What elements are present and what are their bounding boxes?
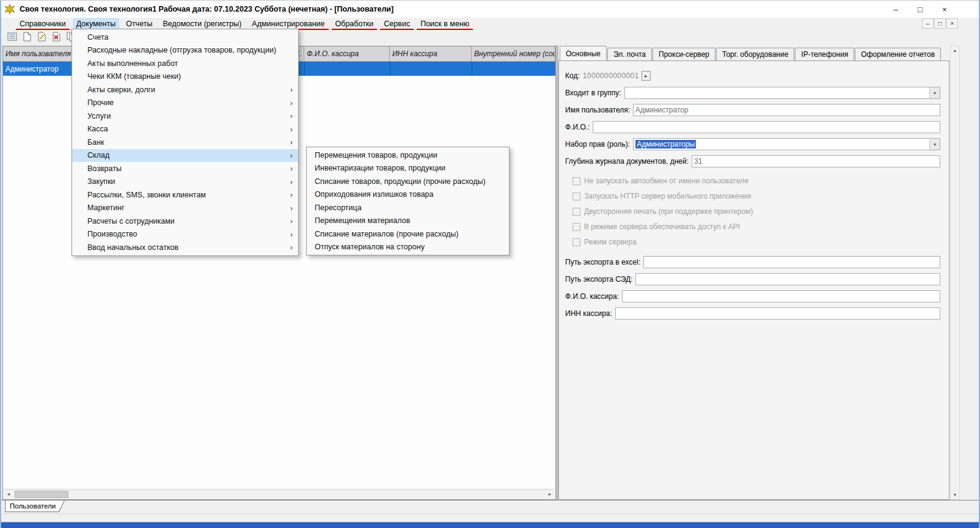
horizontal-scrollbar[interactable]: ◄ ► bbox=[4, 489, 555, 499]
tab-ip-telefoniya[interactable]: IP-телефония bbox=[795, 48, 854, 61]
mdi-close-button[interactable]: × bbox=[946, 18, 958, 29]
cell-username: Администратор bbox=[5, 65, 59, 73]
edit-icon bbox=[37, 32, 47, 43]
menu-item-sklad[interactable]: Склад› bbox=[72, 149, 298, 163]
username-field[interactable]: Администратор bbox=[633, 104, 940, 116]
column-header-cashier-fio[interactable]: Ф.И.О. кассира bbox=[304, 46, 390, 61]
chevron-down-icon[interactable]: ▾ bbox=[929, 87, 940, 98]
menu-otchety[interactable]: Отчеты bbox=[122, 18, 156, 30]
tab-torg-oborudovanie[interactable]: Торг. оборудование bbox=[716, 48, 794, 61]
submenu-item-inventarizacii[interactable]: Инвентаризации товаров, продукции bbox=[307, 162, 509, 175]
username-value: Администратор bbox=[635, 106, 689, 114]
mdi-minimize-button[interactable]: – bbox=[922, 18, 934, 29]
submenu-item-peremeshcheniya-tovarov[interactable]: Перемещения товаров, продукции bbox=[307, 148, 509, 162]
mdi-restore-button[interactable]: □ bbox=[934, 18, 946, 29]
menu-item-raschety-s-sotrudnikami[interactable]: Расчеты с сотрудниками› bbox=[72, 215, 298, 228]
window-title: Своя технология. Своя технология1 Рабоча… bbox=[20, 5, 393, 13]
new-document-icon bbox=[22, 32, 32, 43]
group-label: Входит в группу: bbox=[565, 89, 621, 97]
role-combobox[interactable]: Администраторы ▾ bbox=[633, 138, 940, 150]
delete-record-button[interactable] bbox=[50, 31, 63, 44]
menu-item-scheta[interactable]: Счета bbox=[72, 31, 298, 44]
scroll-up-arrow-icon[interactable]: ▲ bbox=[951, 46, 959, 55]
menu-item-uslugi[interactable]: Услуги› bbox=[72, 109, 298, 123]
menu-administrirovanie[interactable]: Администрирование bbox=[248, 18, 328, 30]
status-bar bbox=[1, 513, 979, 522]
menu-vedomosti[interactable]: Ведомости (регистры) bbox=[159, 18, 245, 30]
chevron-down-icon[interactable]: ▾ bbox=[929, 139, 940, 150]
sheet-tab-users[interactable]: Пользователи bbox=[5, 501, 65, 512]
submenu-arrow-icon: › bbox=[290, 216, 293, 226]
menu-poisk-v-menu[interactable]: Поиск в меню bbox=[417, 18, 473, 30]
scroll-right-arrow-icon[interactable]: ► bbox=[545, 490, 555, 499]
submenu-item-spisanie-materialov[interactable]: Списание материалов (прочие расходы) bbox=[307, 227, 509, 241]
scroll-down-arrow-icon[interactable]: ▼ bbox=[951, 490, 959, 499]
menu-item-akty-vypolnennyh-rabot[interactable]: Акты выполненных работ bbox=[72, 57, 298, 70]
menu-item-rashodnye-nakladnye[interactable]: Расходные накладные (отгрузка товаров, п… bbox=[72, 44, 298, 57]
menu-item-akty-sverki[interactable]: Акты сверки, долги› bbox=[72, 83, 298, 97]
menu-item-prochie[interactable]: Прочие› bbox=[72, 97, 298, 110]
close-button[interactable]: × bbox=[932, 2, 957, 16]
menu-item-proizvodstvo[interactable]: Производство› bbox=[72, 228, 298, 241]
menu-item-cheki-kkm[interactable]: Чеки ККМ (товарные чеки) bbox=[72, 70, 298, 84]
tab-proksi-server[interactable]: Прокси-сервер bbox=[653, 48, 715, 61]
submenu-item-otpusk-materialov[interactable]: Отпуск материалов на сторону bbox=[307, 241, 509, 254]
checkbox-duplex-print[interactable] bbox=[572, 208, 580, 216]
edit-record-button[interactable] bbox=[35, 31, 48, 44]
submenu-arrow-icon: › bbox=[290, 204, 293, 213]
submenu-arrow-icon: › bbox=[290, 190, 293, 199]
sed-path-field[interactable] bbox=[635, 273, 940, 285]
excel-path-field[interactable] bbox=[643, 256, 940, 268]
scroll-left-arrow-icon[interactable]: ◄ bbox=[4, 490, 13, 499]
submenu-item-oprihodovaniya[interactable]: Оприходования излишков товара bbox=[307, 188, 509, 202]
menu-spravochniki[interactable]: Справочники bbox=[16, 18, 70, 30]
checkbox-http-server[interactable] bbox=[572, 193, 580, 200]
cashier-inn-label: ИНН кассира: bbox=[565, 309, 612, 318]
menu-item-kassa[interactable]: Касса› bbox=[72, 123, 298, 136]
excel-path-label: Путь экспорта в excel: bbox=[565, 258, 640, 266]
new-record-button[interactable] bbox=[21, 31, 34, 44]
tab-osnovnye[interactable]: Основные bbox=[560, 46, 607, 61]
vertical-scrollbar[interactable]: ▲ ▼ bbox=[950, 45, 960, 500]
submenu-item-peresortica[interactable]: Пересортица bbox=[307, 201, 509, 215]
menu-item-marketing[interactable]: Маркетинг› bbox=[72, 202, 298, 215]
cashier-fio-field[interactable] bbox=[622, 290, 940, 302]
submenu-arrow-icon: › bbox=[290, 151, 293, 160]
cashier-inn-field[interactable] bbox=[615, 307, 940, 320]
menu-servis[interactable]: Сервис bbox=[380, 18, 414, 30]
menu-item-rassylki-sms[interactable]: Рассылки, SMS, звонки клиентам› bbox=[72, 188, 298, 202]
submenu-arrow-icon: › bbox=[290, 177, 293, 186]
journal-depth-field[interactable]: 31 bbox=[692, 155, 940, 167]
menu-dokumenty[interactable]: Документы bbox=[73, 18, 119, 30]
checkbox-api-access[interactable] bbox=[572, 223, 580, 231]
submenu-item-peremeshcheniya-materialov[interactable]: Перемещения материалов bbox=[307, 215, 509, 228]
username-label: Имя пользователя: bbox=[565, 106, 630, 114]
app-window: Своя технология. Своя технология1 Рабоча… bbox=[0, 0, 980, 528]
minimize-button[interactable]: – bbox=[883, 2, 908, 16]
menu-item-zakupki[interactable]: Закупки› bbox=[72, 175, 298, 189]
tab-el-pochta[interactable]: Эл. почта bbox=[607, 48, 652, 61]
fio-field[interactable] bbox=[593, 121, 940, 133]
code-lookup-button[interactable]: ▸ bbox=[642, 71, 651, 81]
group-combobox[interactable]: ▾ bbox=[624, 87, 940, 99]
tab-oformlenie-otchetov[interactable]: Оформление отчетов bbox=[855, 48, 941, 61]
scrollbar-thumb[interactable] bbox=[15, 491, 68, 498]
cashier-inn-row: ИНН кассира: bbox=[565, 307, 940, 320]
checkbox-no-autoexchange[interactable] bbox=[572, 177, 580, 185]
menu-item-vvod-nachalnyh-ostatkov[interactable]: Ввод начальных остатков› bbox=[72, 241, 298, 254]
checkbox-row-duplex-print: Двусторонняя печать (при поддержке принт… bbox=[572, 207, 940, 216]
menu-item-bank[interactable]: Банк› bbox=[72, 136, 298, 149]
list-view-button[interactable] bbox=[6, 31, 19, 44]
maximize-button[interactable]: □ bbox=[908, 2, 932, 16]
checkbox-server-mode[interactable] bbox=[572, 238, 580, 246]
submenu-item-spisanie-tovarov[interactable]: Списание товаров, продукции (прочие расх… bbox=[307, 175, 509, 188]
menu-obrabotki[interactable]: Обработки bbox=[332, 18, 378, 30]
taskbar-strip bbox=[1, 522, 979, 528]
journal-depth-value: 31 bbox=[694, 157, 702, 166]
sheet-tab-label: Пользователи bbox=[10, 502, 56, 510]
window-controls: – □ × bbox=[883, 2, 957, 16]
column-header-internal-number[interactable]: Внутренний номер (софтф bbox=[472, 46, 555, 61]
column-header-cashier-inn[interactable]: ИНН кассира bbox=[390, 46, 472, 61]
menu-item-vozvraty[interactable]: Возвраты› bbox=[72, 162, 298, 175]
checkbox-row-server-mode: Режим сервера bbox=[572, 237, 940, 247]
